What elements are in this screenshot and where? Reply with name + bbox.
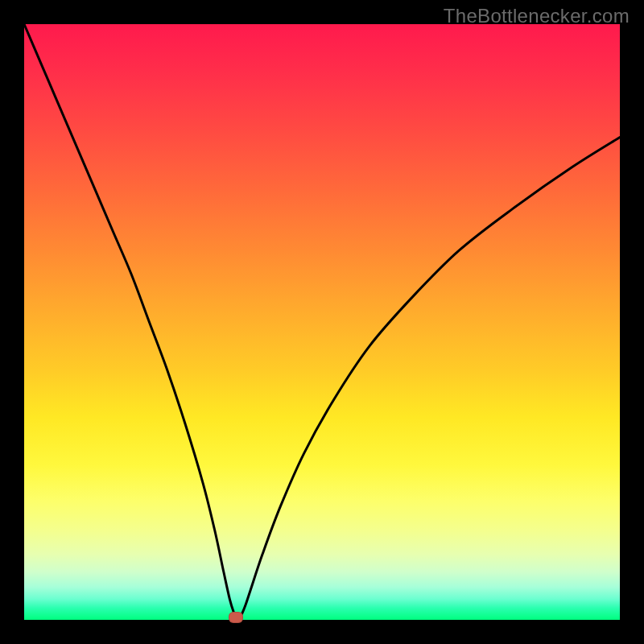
- chart-plot-area: [24, 24, 620, 620]
- bottleneck-curve: [24, 24, 620, 620]
- current-config-marker: [229, 612, 243, 623]
- chart-frame: TheBottlenecker.com: [0, 0, 644, 644]
